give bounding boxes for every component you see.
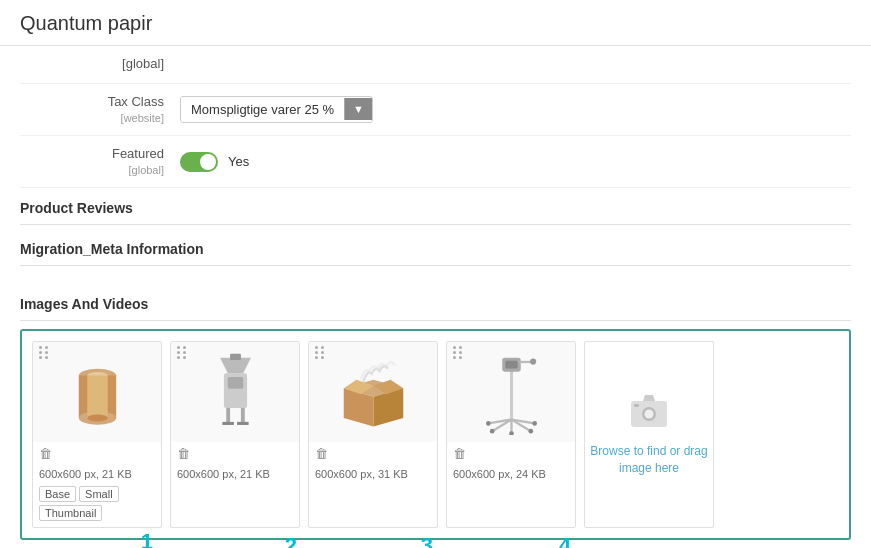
image-badges-2 xyxy=(171,484,299,492)
svg-rect-31 xyxy=(505,361,517,369)
drag-handle-1[interactable] xyxy=(39,346,49,359)
image-actions-4: 🗑 xyxy=(447,442,575,466)
svg-rect-7 xyxy=(227,377,242,389)
tax-class-label: Tax Class [website] xyxy=(20,94,180,125)
svg-point-29 xyxy=(532,421,537,426)
image-actions-3: 🗑 xyxy=(309,442,437,466)
handwritten-1: 1 xyxy=(141,529,153,548)
image-info-4: 600x600 px, 24 KB xyxy=(447,466,575,484)
toggle-knob xyxy=(200,154,216,170)
svg-point-5 xyxy=(87,414,107,421)
svg-point-36 xyxy=(645,409,654,418)
svg-rect-10 xyxy=(226,408,230,423)
svg-point-33 xyxy=(530,358,536,364)
image-thumb-1 xyxy=(33,342,161,442)
svg-rect-19 xyxy=(509,365,512,419)
image-info-1: 600x600 px, 21 KB xyxy=(33,466,161,484)
image-actions-1: 🗑 xyxy=(33,442,161,466)
upload-image-card[interactable]: Browse to find or drag image here xyxy=(584,341,714,528)
image-card-2: 🗑 600x600 px, 21 KB 2 xyxy=(170,341,300,528)
featured-yes-label: Yes xyxy=(228,154,249,169)
drag-handle-3[interactable] xyxy=(315,346,325,359)
image-badges-1: Base Small Thumbnail xyxy=(33,484,161,527)
images-videos-section: Images And Videos xyxy=(20,284,851,321)
images-container: 🗑 600x600 px, 21 KB Base Small Thumbnail… xyxy=(20,329,851,540)
product-reviews-section: Product Reviews xyxy=(20,188,851,225)
svg-rect-37 xyxy=(634,404,639,407)
image-card-3: 🗑 600x600 px, 31 KB 3 xyxy=(308,341,438,528)
svg-rect-12 xyxy=(222,422,234,425)
dropdown-arrow-icon[interactable]: ▼ xyxy=(344,98,372,120)
delete-image-1[interactable]: 🗑 xyxy=(39,446,55,462)
tax-class-dropdown[interactable]: Momspligtige varer 25 % ▼ xyxy=(180,96,373,123)
svg-rect-9 xyxy=(230,354,241,360)
browse-text: Browse to find or drag image here xyxy=(585,443,713,477)
image-badges-3 xyxy=(309,484,437,492)
featured-toggle[interactable] xyxy=(180,152,218,172)
svg-point-25 xyxy=(489,429,494,434)
handwritten-3: 3 xyxy=(421,533,433,548)
migration-meta-section: Migration_Meta Information xyxy=(20,229,851,266)
image-card-1: 🗑 600x600 px, 21 KB Base Small Thumbnail… xyxy=(32,341,162,528)
image-info-3: 600x600 px, 31 KB xyxy=(309,466,437,484)
tax-class-value: Momspligtige varer 25 % xyxy=(181,97,344,122)
camera-icon xyxy=(629,393,669,437)
image-card-4: 🗑 600x600 px, 24 KB 4 xyxy=(446,341,576,528)
featured-label: Featured [global] xyxy=(20,146,180,177)
svg-point-28 xyxy=(486,421,491,426)
svg-rect-13 xyxy=(237,422,249,425)
badge-base-1[interactable]: Base xyxy=(39,486,76,502)
drag-handle-2[interactable] xyxy=(177,346,187,359)
handwritten-4: 4 xyxy=(559,533,571,548)
delete-image-2[interactable]: 🗑 xyxy=(177,446,193,462)
badge-thumbnail-1[interactable]: Thumbnail xyxy=(39,505,102,521)
svg-rect-4 xyxy=(87,375,107,418)
handwritten-2: 2 xyxy=(285,533,297,548)
image-thumb-2 xyxy=(171,342,299,442)
svg-point-26 xyxy=(528,429,533,434)
global-indicator: [global] xyxy=(20,56,180,73)
delete-image-3[interactable]: 🗑 xyxy=(315,446,331,462)
image-badges-4 xyxy=(447,484,575,492)
image-thumb-4 xyxy=(447,342,575,442)
svg-rect-11 xyxy=(240,408,244,423)
drag-handle-4[interactable] xyxy=(453,346,463,359)
page-title: Quantum papir xyxy=(0,0,871,46)
delete-image-4[interactable]: 🗑 xyxy=(453,446,469,462)
image-actions-2: 🗑 xyxy=(171,442,299,466)
badge-small-1[interactable]: Small xyxy=(79,486,119,502)
image-thumb-3 xyxy=(309,342,437,442)
svg-point-27 xyxy=(509,431,514,435)
image-info-2: 600x600 px, 21 KB xyxy=(171,466,299,484)
